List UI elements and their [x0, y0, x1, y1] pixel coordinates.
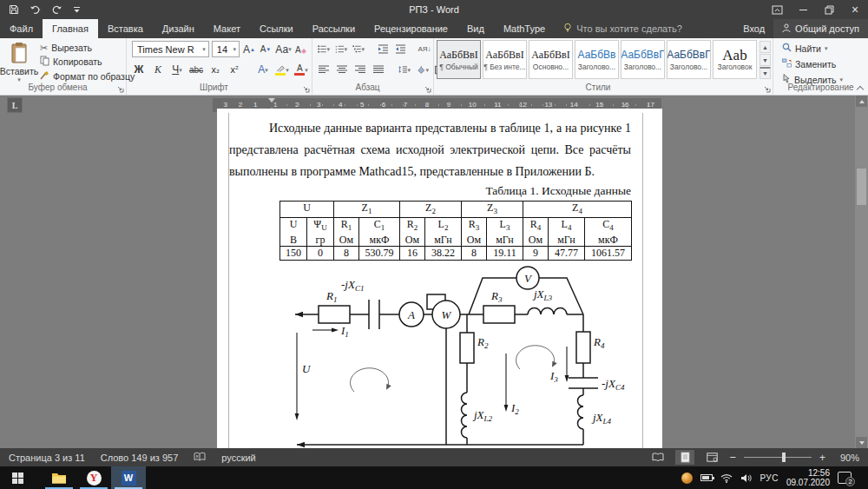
dialog-launcher-icon[interactable] [116, 85, 124, 93]
dialog-launcher-icon[interactable] [763, 85, 771, 93]
tray-app-icon[interactable] [681, 472, 693, 484]
align-center-button[interactable] [335, 62, 349, 77]
undo-button[interactable] [30, 5, 42, 15]
collapse-ribbon-icon[interactable] [857, 85, 864, 92]
dialog-launcher-icon[interactable] [424, 85, 431, 93]
style-card-heading2[interactable]: АаБбВвГ Заголово... [621, 40, 665, 79]
zoom-out-icon[interactable]: − [729, 451, 736, 464]
tell-me-search[interactable]: Что вы хотите сделать? [555, 19, 691, 38]
multilevel-list-button[interactable]: ▾ [352, 41, 365, 56]
document-page[interactable]: Исходные данные варианта представлены в … [217, 109, 662, 448]
highlight-button[interactable]: ▾ [275, 62, 289, 77]
style-card-normal[interactable]: АаБбВвІ ¶ Обычный [437, 40, 481, 79]
read-mode-icon[interactable] [648, 450, 667, 465]
tab-mathtype[interactable]: MathType [494, 19, 555, 38]
paste-button[interactable]: Вставить ▾ [0, 40, 38, 83]
volume-icon[interactable] [740, 473, 752, 483]
language-tray-indicator[interactable]: РУС [760, 473, 779, 483]
bullets-button[interactable]: ▾ [317, 41, 331, 56]
align-right-button[interactable] [353, 62, 367, 77]
customize-quick-access-icon[interactable] [73, 6, 81, 14]
tab-review[interactable]: Рецензирование [365, 19, 457, 38]
tab-file[interactable]: Файл [0, 19, 43, 38]
styles-scroll-up-icon[interactable]: ▲ [760, 41, 771, 53]
replace-button[interactable]: Заменить [780, 56, 868, 71]
style-card-title[interactable]: Aab Заголовок [713, 40, 757, 79]
tab-view[interactable]: Вид [457, 19, 494, 38]
align-left-button[interactable] [317, 62, 331, 77]
vertical-scrollbar[interactable] [855, 96, 868, 448]
shading-button[interactable]: ▾ [416, 62, 430, 77]
dialog-launcher-icon[interactable] [302, 85, 310, 93]
bold-button[interactable]: Ж [132, 62, 146, 77]
italic-button[interactable]: К [151, 62, 165, 77]
underline-button[interactable]: Ч▾ [170, 62, 184, 77]
zoom-slider[interactable] [744, 457, 812, 458]
shrink-font-button[interactable]: А▼ [259, 42, 273, 57]
font-name-combo[interactable]: Times New R ▾ [132, 41, 209, 57]
decrease-indent-button[interactable] [376, 41, 390, 56]
clear-formatting-button[interactable]: А [294, 42, 308, 57]
battery-icon[interactable] [700, 474, 713, 481]
page-indicator[interactable]: Страница 3 из 11 [9, 453, 85, 463]
numbering-button[interactable]: ▾ [334, 41, 348, 56]
web-layout-icon[interactable] [702, 450, 721, 465]
justify-button[interactable] [372, 62, 385, 77]
grow-font-button[interactable]: А▲ [242, 42, 256, 57]
tab-mailings[interactable]: Рассылки [303, 19, 365, 38]
styles-scroll-down-icon[interactable]: ▼ [760, 54, 771, 66]
table-caption[interactable]: Таблица 1. Исходные данные [217, 184, 631, 197]
change-case-button[interactable]: Аа▾ [275, 42, 292, 57]
minimize-button[interactable] [790, 0, 816, 19]
proofing-icon[interactable] [194, 452, 206, 464]
style-card-no-spacing[interactable]: АаБбВвІ ¶ Без инте... [483, 40, 527, 79]
scroll-up-icon[interactable] [856, 96, 867, 107]
sign-in-button[interactable]: Вход [734, 19, 773, 38]
zoom-in-icon[interactable]: + [819, 452, 825, 464]
ribbon-display-options-icon[interactable] [764, 0, 790, 19]
tab-references[interactable]: Ссылки [250, 19, 303, 38]
document-paragraph[interactable]: Исходные данные варианта представлены в … [229, 117, 631, 182]
increase-indent-button[interactable] [393, 41, 407, 56]
styles-more-icon[interactable]: ▼ [760, 67, 771, 79]
superscript-button[interactable]: x² [227, 62, 241, 77]
zoom-slider-thumb[interactable] [782, 453, 786, 462]
subscript-button[interactable]: x₂ [208, 62, 222, 77]
word-count[interactable]: Слово 149 из 957 [101, 453, 179, 463]
wifi-icon[interactable] [720, 473, 733, 483]
zoom-level[interactable]: 90% [833, 453, 859, 463]
scroll-down-icon[interactable] [856, 437, 867, 448]
cut-button[interactable]: ✂ Вырезать [38, 41, 136, 55]
line-spacing-button[interactable]: ▾ [398, 62, 411, 77]
print-layout-icon[interactable] [675, 450, 694, 465]
font-size-combo[interactable]: 14 ▾ [212, 41, 240, 57]
scrollbar-thumb[interactable] [857, 169, 866, 205]
font-color-button[interactable]: А ▾ [294, 62, 308, 77]
tab-insert[interactable]: Вставка [98, 19, 153, 38]
language-indicator[interactable]: русский [221, 453, 255, 463]
share-button[interactable]: Общий доступ [773, 19, 868, 38]
style-card-heading1[interactable]: АаБбВв Заголово... [575, 40, 619, 79]
tab-home[interactable]: Главная [43, 19, 98, 38]
taskbar-yandex-browser[interactable]: Y [76, 466, 111, 489]
redo-icon[interactable] [52, 5, 62, 15]
taskbar-clock[interactable]: 12:56 09.07.2020 [786, 468, 830, 488]
sort-button[interactable]: АЯ↓ [418, 41, 431, 56]
taskbar-word[interactable]: W [111, 466, 146, 489]
close-button[interactable]: × [842, 0, 868, 19]
tab-stop-selector[interactable]: L [7, 97, 23, 113]
format-painter-button[interactable]: Формат по образцу [38, 69, 136, 83]
tab-design[interactable]: Дизайн [153, 19, 204, 38]
tab-layout[interactable]: Макет [204, 19, 250, 38]
text-effects-button[interactable]: А▾ [256, 62, 270, 77]
style-card-body[interactable]: АаБбВвІ Основно... [529, 40, 573, 79]
data-table[interactable]: U Z1 Z2 Z3 Z4 UВ ΨUгр R1Ом C1мкФ R2Ом L2… [279, 201, 632, 261]
strikethrough-button[interactable]: abc [189, 62, 203, 77]
save-icon[interactable] [9, 4, 19, 15]
action-center-icon[interactable]: 2 [838, 472, 852, 484]
restore-button[interactable] [816, 0, 842, 19]
copy-button[interactable]: Копировать [38, 55, 136, 69]
find-button[interactable]: Найти ▾ [780, 41, 868, 56]
taskbar-file-explorer[interactable] [42, 466, 76, 489]
style-card-heading3[interactable]: АаБбВвГ Заголово... [667, 40, 711, 79]
